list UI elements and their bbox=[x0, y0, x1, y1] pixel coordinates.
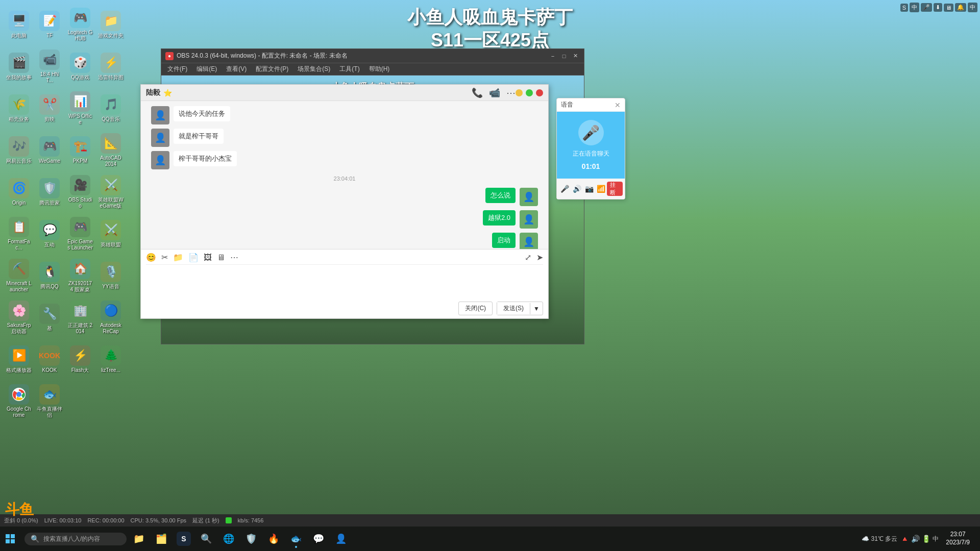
taskbar-app-game-launcher[interactable]: 🔥 bbox=[263, 529, 284, 549]
desktop-icon-sakura[interactable]: 🌸 SakuraFrp 启动器 bbox=[4, 297, 34, 338]
desktop-icon-recap[interactable]: 🔵 Autodesk ReCap bbox=[96, 297, 126, 338]
taskbar-app-explorer[interactable]: 🗂️ bbox=[151, 529, 172, 549]
desktop-icon-qq-game[interactable]: 🎲 QQ游戏 bbox=[65, 46, 95, 87]
voice-hangup-button[interactable]: 挂断 bbox=[607, 182, 623, 196]
desktop-icon-pkpm[interactable]: 🏗️ PKPM bbox=[65, 130, 95, 170]
taskbar-app-search[interactable]: 🔍 bbox=[196, 529, 216, 549]
taskbar-app-security2[interactable]: 🛡️ bbox=[241, 529, 261, 549]
taskbar-app-music2[interactable]: 🐟 bbox=[286, 529, 306, 549]
voice-video-button[interactable]: 📷 bbox=[583, 182, 595, 196]
obs-menu-help[interactable]: 帮助(H) bbox=[365, 64, 394, 74]
toolbar-cut-icon[interactable]: ✂ bbox=[161, 253, 168, 262]
obs-menu-file[interactable]: 文件(F) bbox=[163, 64, 191, 74]
toolbar-more-icon[interactable]: ⋯ bbox=[230, 253, 238, 262]
toolbar-send-icon[interactable]: ➤ bbox=[536, 253, 543, 262]
taskbar-app-chat[interactable]: 💬 bbox=[308, 529, 329, 549]
taskbar-app-browser[interactable]: 🌐 bbox=[218, 529, 239, 549]
chat-bubble-r2[interactable]: 越狱2.0 bbox=[483, 210, 516, 226]
desktop-icon-epic[interactable]: 🎮 Epic Games Launcher bbox=[65, 213, 95, 254]
obs-menu-edit[interactable]: 编辑(E) bbox=[192, 64, 221, 74]
voice-speaker-button[interactable]: 🔊 bbox=[571, 182, 583, 196]
voice-panel-close-button[interactable]: ✕ bbox=[615, 101, 621, 109]
chat-bubble-r3[interactable]: 启动 bbox=[492, 233, 516, 248]
obs-menu-view[interactable]: 查看(V) bbox=[222, 64, 251, 74]
toolbar-file-icon[interactable]: 📄 bbox=[188, 253, 199, 262]
toolbar-screen-icon[interactable]: 🖥 bbox=[217, 253, 225, 262]
desktop-icon-zk[interactable]: 🏠 ZK1920174 股家桌 bbox=[65, 255, 95, 296]
taskbar-clock[interactable]: 23:07 2023/7/9 bbox=[942, 531, 974, 546]
desktop-icon-logitech[interactable]: 🎮 Logitech G HUB bbox=[65, 4, 95, 45]
desktop-icon-lol-wegame[interactable]: ⚔️ 英雄联盟WeGame版 bbox=[96, 171, 126, 212]
desktop-icon-lol[interactable]: ⚔️ 英雄联盟 bbox=[96, 213, 126, 254]
voice-signal-button[interactable]: 📶 bbox=[595, 182, 607, 196]
desktop-icon-jianying[interactable]: ✂️ 剪映 bbox=[35, 88, 64, 129]
tray-bell[interactable]: 🔔 bbox=[955, 3, 966, 12]
desktop-icon-tencent-security[interactable]: 🛡️ 腾讯管家 bbox=[35, 171, 64, 212]
tray-ime[interactable]: 中 bbox=[968, 3, 977, 12]
desktop-icon-base[interactable]: 🔧 基 bbox=[35, 297, 64, 338]
desktop-icon-daoke[interactable]: 🌾 稻壳业务 bbox=[4, 88, 34, 129]
desktop-icon-origin[interactable]: 🌀 Origin bbox=[4, 171, 34, 212]
desktop-icon-stories[interactable]: 🎬 坐我的故事 bbox=[4, 46, 34, 87]
tray-monitor[interactable]: 🖥 bbox=[944, 4, 953, 12]
desktop-icon-games-folder[interactable]: 📁 游戏文件夹 bbox=[96, 4, 126, 45]
desktop-icon-xunlei[interactable]: ⚡ 迅雷特异图 bbox=[96, 46, 126, 87]
tray-lang[interactable]: 中 bbox=[910, 3, 919, 12]
desktop-icon-interact[interactable]: 💬 互动 bbox=[35, 213, 64, 254]
desktop-icon-kook[interactable]: KOOK KOOK bbox=[35, 339, 64, 380]
desktop-icon-qqmusic[interactable]: 🎵 QQ音乐 bbox=[96, 88, 126, 129]
taskbar-app-files[interactable]: 📁 bbox=[129, 529, 149, 549]
start-button[interactable] bbox=[0, 529, 20, 549]
tray-mic[interactable]: 🎤 bbox=[921, 3, 932, 12]
tray-volume-icon[interactable]: 🔊 bbox=[911, 535, 920, 543]
wechat-maximize-button[interactable] bbox=[526, 89, 533, 96]
obs-menu-tools[interactable]: 工具(T) bbox=[335, 64, 363, 74]
wechat-minimize-button[interactable] bbox=[516, 89, 523, 96]
desktop-icon-douyu[interactable]: 🐟 斗鱼直播伴侣 bbox=[35, 381, 64, 421]
wechat-send-button[interactable]: 发送(S) bbox=[497, 302, 530, 315]
wechat-more-icon[interactable]: ⋯ bbox=[506, 87, 516, 98]
obs-menu-scenes[interactable]: 场景集合(S) bbox=[293, 64, 334, 74]
tray-s[interactable]: S bbox=[900, 4, 908, 12]
desktop-icon-chrome[interactable]: Google Chrome bbox=[4, 381, 34, 421]
voice-mute-button[interactable]: 🎤 bbox=[559, 182, 571, 196]
taskbar-app-steam[interactable]: S bbox=[174, 529, 194, 549]
desktop-icon-yy[interactable]: 🎙️ YY语音 bbox=[96, 255, 126, 296]
send-dropdown-button[interactable]: ▼ bbox=[530, 303, 543, 314]
desktop-icon-flash[interactable]: ⚡ Flash大 bbox=[65, 339, 95, 380]
toolbar-expand-icon[interactable]: ⤢ bbox=[525, 253, 531, 262]
desktop-icon-netease[interactable]: 🎶 网易云音乐 bbox=[4, 130, 34, 170]
desktop-icon-qq[interactable]: 🐧 腾讯QQ bbox=[35, 255, 64, 296]
chat-bubble-r1[interactable]: 怎么说 bbox=[485, 188, 516, 203]
desktop-icon-minecraft[interactable]: ⛏️ Minecraft Launcher bbox=[4, 255, 34, 296]
obs-minimize-button[interactable]: − bbox=[548, 52, 557, 61]
desktop-icon-liztree[interactable]: 🌲 lizTree... bbox=[96, 339, 126, 380]
wechat-phone-icon[interactable]: 📞 bbox=[472, 87, 483, 98]
desktop-icon-autocad[interactable]: 📐 AutoCAD 2014 bbox=[96, 130, 126, 170]
tray-ime-label[interactable]: 中 bbox=[933, 535, 939, 543]
tray-download[interactable]: ⬇ bbox=[934, 3, 942, 12]
obs-maximize-button[interactable]: □ bbox=[559, 52, 569, 61]
wechat-text-input[interactable] bbox=[146, 267, 543, 297]
obs-menu-profile[interactable]: 配置文件(P) bbox=[252, 64, 292, 74]
desktop-icon-obs[interactable]: 🎥 OBS Studio bbox=[65, 171, 95, 212]
desktop-icon-tf[interactable]: 📝 TF bbox=[35, 4, 64, 45]
desktop-icon-wps[interactable]: 📊 WPS Office bbox=[65, 88, 95, 129]
emoji-button[interactable]: 😊 bbox=[146, 253, 156, 262]
tray-battery-icon[interactable]: 🔋 bbox=[922, 535, 930, 543]
desktop-icon-arch2014[interactable]: 🏢 正正建筑 2014 bbox=[65, 297, 95, 338]
taskbar-app-unknown[interactable]: 👤 bbox=[331, 529, 351, 549]
wechat-video-icon[interactable]: 📹 bbox=[489, 87, 500, 98]
obs-close-button[interactable]: ✕ bbox=[571, 52, 580, 61]
desktop-icon-wegame[interactable]: 🎮 WeGame bbox=[35, 130, 64, 170]
desktop-icon-formatfac[interactable]: 📋 FormatFac... bbox=[4, 213, 34, 254]
toolbar-folder-icon[interactable]: 📁 bbox=[173, 253, 183, 262]
wechat-close-button[interactable] bbox=[536, 89, 543, 96]
desktop-icon-video[interactable]: 📹 18:4 HNT... bbox=[35, 46, 64, 87]
taskbar-search-bar[interactable]: 🔍 搜索直播八入/的内容 bbox=[24, 533, 127, 545]
desktop-icon-computer[interactable]: 🖥️ 此电脑 bbox=[4, 4, 34, 45]
desktop-icon-player[interactable]: ▶️ 格式播放器 bbox=[4, 339, 34, 380]
wechat-close-chat-button[interactable]: 关闭(C) bbox=[458, 302, 493, 315]
toolbar-image-icon[interactable]: 🖼 bbox=[204, 253, 212, 262]
tray-network-icon[interactable]: 🔺 bbox=[900, 535, 909, 543]
